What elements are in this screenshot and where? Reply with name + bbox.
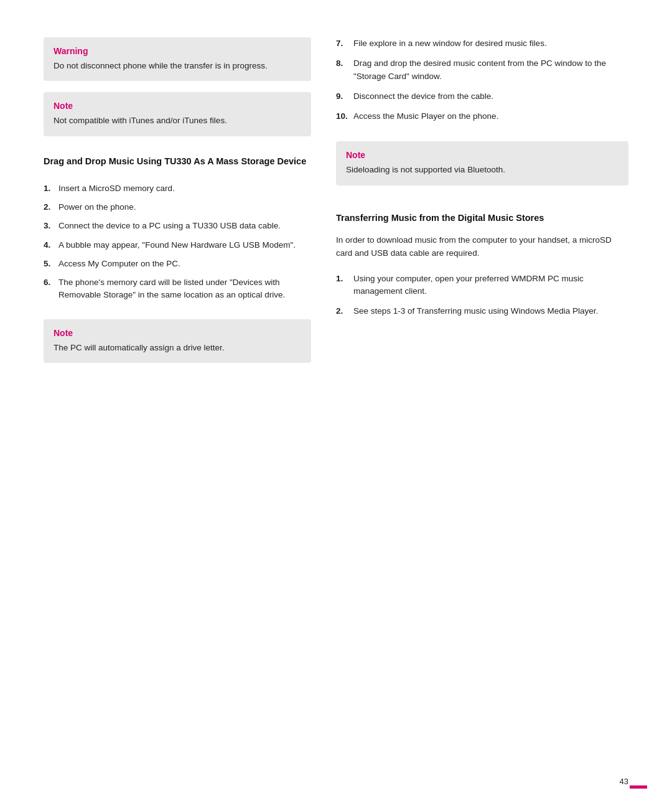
step-text: Drag and drop the desired music content … — [353, 57, 628, 83]
section2-steps-list: 1. Using your computer, open your prefer… — [336, 273, 628, 326]
step-num: 1. — [336, 273, 350, 298]
warning-text: Do not disconnect phone while the transf… — [54, 60, 301, 72]
list-item: 7. File explore in a new window for desi… — [336, 37, 628, 50]
section2-body: In order to download music from the comp… — [336, 234, 628, 260]
note-text-1: Not compatible with iTunes and/or iTunes… — [54, 115, 301, 127]
note-label-2: Note — [54, 328, 301, 338]
list-item: 4. A bubble may appear, "Found New Hardw… — [44, 239, 311, 251]
step-text: Disconnect the device from the cable. — [353, 90, 628, 103]
step-text: Power on the phone. — [58, 201, 311, 213]
note-box-1: Note Not compatible with iTunes and/or i… — [44, 92, 311, 136]
note-box-2: Note The PC will automatically assign a … — [44, 319, 311, 363]
right-column: 7. File explore in a new window for desi… — [336, 37, 628, 769]
step-num: 2. — [44, 201, 55, 213]
step-num: 9. — [336, 90, 350, 103]
step-num: 3. — [44, 220, 55, 232]
step-text: See steps 1-3 of Transferring music usin… — [353, 305, 628, 317]
step-text: Access the Music Player on the phone. — [353, 110, 628, 123]
step-text: Connect the device to a PC using a TU330… — [58, 220, 311, 232]
step-text: The phone's memory card will be listed u… — [58, 276, 311, 302]
step-num: 1. — [44, 182, 55, 195]
right-note-label: Note — [346, 150, 618, 160]
step-text: Using your computer, open your preferred… — [353, 273, 628, 298]
warning-label: Warning — [54, 46, 301, 56]
step-num: 5. — [44, 258, 55, 270]
list-item: 10. Access the Music Player on the phone… — [336, 110, 628, 123]
step-text: Insert a MicroSD memory card. — [58, 182, 311, 195]
list-item: 6. The phone's memory card will be liste… — [44, 276, 311, 302]
list-item: 1. Using your computer, open your prefer… — [336, 273, 628, 298]
list-item: 3. Connect the device to a PC using a TU… — [44, 220, 311, 232]
list-item: 9. Disconnect the device from the cable. — [336, 90, 628, 103]
step-num: 6. — [44, 276, 55, 302]
warning-box: Warning Do not disconnect phone while th… — [44, 37, 311, 81]
note-label-1: Note — [54, 101, 301, 111]
right-steps-list: 7. File explore in a new window for desi… — [336, 37, 628, 130]
step-num: 4. — [44, 239, 55, 251]
step-text: Access My Computer on the PC. — [58, 258, 311, 270]
page-number-bar — [630, 785, 647, 789]
left-steps-list: 1. Insert a MicroSD memory card. 2. Powe… — [44, 182, 311, 308]
list-item: 2. Power on the phone. — [44, 201, 311, 213]
list-item: 8. Drag and drop the desired music conte… — [336, 57, 628, 83]
section-title-drag-drop: Drag and Drop Music Using TU330 As A Mas… — [44, 155, 311, 167]
list-item: 2. See steps 1-3 of Transferring music u… — [336, 305, 628, 317]
step-num: 10. — [336, 110, 350, 123]
note-text-2: The PC will automatically assign a drive… — [54, 342, 301, 354]
right-note-text: Sideloading is not supported via Bluetoo… — [346, 164, 618, 176]
page-number: 43 — [620, 777, 628, 786]
right-note-box: Note Sideloading is not supported via Bl… — [336, 141, 628, 185]
step-num: 7. — [336, 37, 350, 50]
step-text: A bubble may appear, "Found New Hardware… — [58, 239, 311, 251]
step-num: 2. — [336, 305, 350, 317]
list-item: 1. Insert a MicroSD memory card. — [44, 182, 311, 195]
list-item: 5. Access My Computer on the PC. — [44, 258, 311, 270]
left-column: Warning Do not disconnect phone while th… — [44, 37, 311, 769]
step-num: 8. — [336, 57, 350, 83]
step-text: File explore in a new window for desired… — [353, 37, 628, 50]
section-title-transfer: Transferring Music from the Digital Musi… — [336, 212, 628, 224]
